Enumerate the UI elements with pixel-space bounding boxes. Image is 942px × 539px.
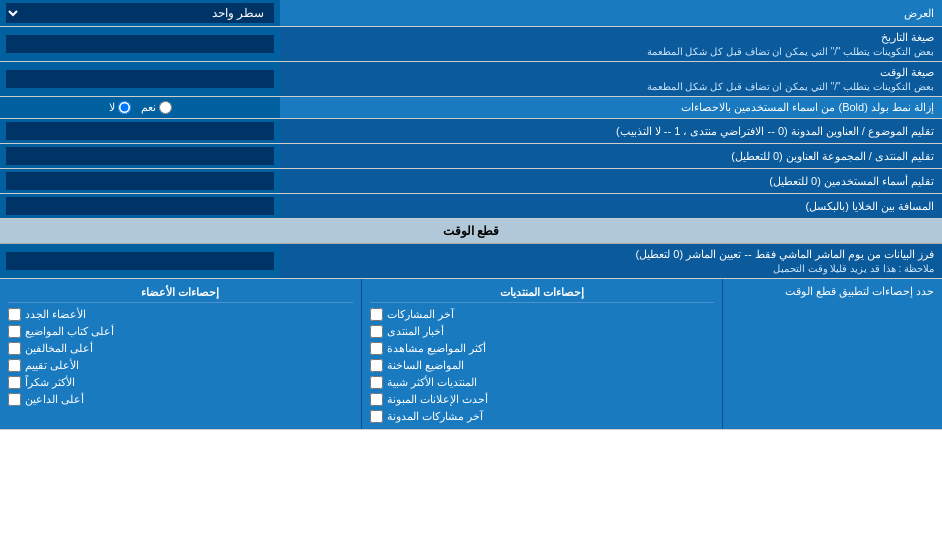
checkbox-similar-forums-input[interactable] [370, 376, 383, 389]
checkbox-top-rated-input[interactable] [8, 359, 21, 372]
time-format-label: صيغة الوقت [880, 66, 934, 79]
checkbox-top-inviters: أعلى المخالفين [8, 340, 353, 357]
checkbox-hot-topics-input[interactable] [370, 359, 383, 372]
display-label: العرض [280, 0, 942, 26]
time-format-sublabel: بعض التكوينات يتطلب "/" التي يمكن ان تضا… [647, 81, 934, 92]
checkbox-blog-posts-input[interactable] [370, 410, 383, 423]
time-cut-input-cell: 0 [0, 244, 280, 278]
cell-spacing-label: المسافة بين الخلايا (بالبكسل) [280, 194, 942, 218]
checkbox-new-members-input[interactable] [8, 308, 21, 321]
checkbox-hot-topics: المواضيع الساخنة [370, 357, 715, 374]
date-format-label: صيغة التاريخ [881, 31, 934, 44]
checkbox-blog-posts: آخر مشاركات المدونة [370, 408, 715, 425]
time-format-input[interactable]: H:i [6, 70, 274, 88]
checkbox-last-posts: آخر المشاركات [370, 306, 715, 323]
forum-order-input-cell: 33 [0, 144, 280, 168]
checkbox-top-violators: أعلى الداعين [8, 391, 353, 408]
topics-order-label: تقليم الموضوع / العناوين المدونة (0 -- ا… [280, 119, 942, 143]
forum-order-label: تقليم المنتدى / المجموعة العناوين (0 للت… [280, 144, 942, 168]
time-cut-header: قطع الوقت [0, 219, 942, 244]
bold-remove-options: نعم لا [0, 97, 280, 118]
username-trim-input[interactable]: 0 [6, 172, 274, 190]
time-cut-label-cell: فرز البيانات من يوم الماشر الماشي فقط --… [280, 244, 942, 278]
time-cut-label: فرز البيانات من يوم الماشر الماشي فقط --… [636, 248, 934, 261]
stats-members-col: إحصاءات الأعضاء الأعضاء الجدد أعلى كتاب … [0, 279, 361, 429]
stats-forums-header: إحصاءات المنتديات [370, 283, 715, 303]
forum-order-input[interactable]: 33 [6, 147, 274, 165]
checkbox-most-viewed: أكثر المواضيع مشاهدة [370, 340, 715, 357]
topics-order-input[interactable]: 33 [6, 122, 274, 140]
date-format-input-cell: d-m [0, 27, 280, 61]
stats-forums-col: إحصاءات المنتديات آخر المشاركات أخبار ال… [361, 279, 723, 429]
display-select-cell: سطر واحد سطرين ثلاثة أسطر [0, 0, 280, 26]
cell-spacing-input-cell: 2 [0, 194, 280, 218]
username-trim-label: تقليم أسماء المستخدمين (0 للتعطيل) [280, 169, 942, 193]
cell-spacing-input[interactable]: 2 [6, 197, 274, 215]
stats-members-header: إحصاءات الأعضاء [8, 283, 353, 303]
checkbox-top-writers: أعلى كتاب المواضيع [8, 323, 353, 340]
checkbox-similar-forums: المنتديات الأكثر شبية [370, 374, 715, 391]
checkbox-top-writers-input[interactable] [8, 325, 21, 338]
date-format-sublabel: بعض التكوينات يتطلب "/" التي يمكن ان تضا… [647, 46, 934, 57]
topics-order-input-cell: 33 [0, 119, 280, 143]
bold-remove-no-radio[interactable] [118, 101, 131, 114]
time-format-input-cell: H:i [0, 62, 280, 96]
checkbox-forum-news: أخبار المنتدى [370, 323, 715, 340]
checkbox-top-rated: الأعلى تقييم [8, 357, 353, 374]
date-format-input[interactable]: d-m [6, 35, 274, 53]
time-cut-input[interactable]: 0 [6, 252, 274, 270]
date-format-label-cell: صيغة التاريخ بعض التكوينات يتطلب "/" الت… [280, 27, 942, 61]
checkbox-most-viewed-input[interactable] [370, 342, 383, 355]
checkbox-top-inviters-input[interactable] [8, 342, 21, 355]
checkbox-most-thanks: الأكثر شكراً [8, 374, 353, 391]
bold-remove-yes-radio[interactable] [159, 101, 172, 114]
bold-remove-label: إزالة نمط بولد (Bold) من اسماء المستخدمي… [280, 97, 942, 118]
checkbox-most-thanks-input[interactable] [8, 376, 21, 389]
bold-remove-no-label[interactable]: لا [109, 101, 131, 114]
checkbox-new-members: الأعضاء الجدد [8, 306, 353, 323]
username-trim-input-cell: 0 [0, 169, 280, 193]
time-cut-sublabel: ملاحظة : هذا قد يزيد قليلا وقت التحميل [773, 263, 934, 274]
bold-remove-yes-label[interactable]: نعم [141, 101, 172, 114]
checkbox-last-posts-input[interactable] [370, 308, 383, 321]
checkbox-forum-news-input[interactable] [370, 325, 383, 338]
checkbox-top-violators-input[interactable] [8, 393, 21, 406]
checkbox-latest-announcements-input[interactable] [370, 393, 383, 406]
time-format-label-cell: صيغة الوقت بعض التكوينات يتطلب "/" التي … [280, 62, 942, 96]
stats-limit-label: حدد إحصاءات لتطبيق قطع الوقت [722, 279, 942, 429]
display-select[interactable]: سطر واحد سطرين ثلاثة أسطر [6, 3, 274, 23]
checkbox-latest-announcements: أحدث الإعلانات المبونة [370, 391, 715, 408]
